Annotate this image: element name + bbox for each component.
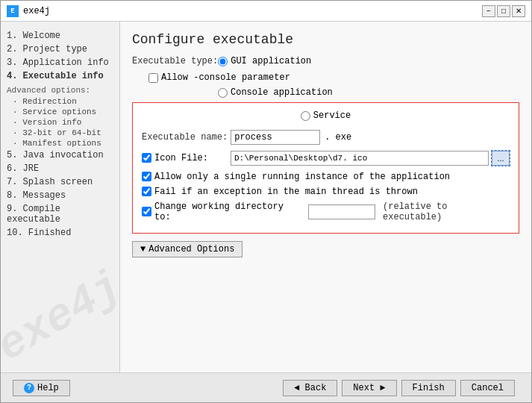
app-icon: E bbox=[7, 5, 19, 17]
cancel-label: Cancel bbox=[472, 383, 504, 393]
radio-gui-label[interactable]: GUI application bbox=[218, 56, 311, 66]
checkbox-console-label[interactable]: Allow -console parameter bbox=[148, 72, 519, 83]
title-bar: E exe4j − □ ✕ bbox=[1, 1, 531, 22]
maximize-button[interactable]: □ bbox=[497, 5, 510, 17]
radio-console-row: Console application bbox=[218, 87, 519, 98]
sidebar-item-welcome[interactable]: 1. Welcome bbox=[7, 29, 113, 43]
sidebar-item-messages[interactable]: 8. Messages bbox=[7, 189, 113, 202]
sidebar-item-compile[interactable]: 9. Compile executable bbox=[7, 202, 113, 226]
sidebar-item-finished[interactable]: 10. Finished bbox=[7, 226, 113, 240]
radio-service-row: Service bbox=[142, 110, 510, 124]
next-button[interactable]: Next ► bbox=[342, 380, 396, 396]
window-controls: − □ ✕ bbox=[482, 5, 525, 17]
sidebar-item-exe-info[interactable]: 4. Executable info bbox=[7, 69, 113, 83]
icon-file-checkbox[interactable] bbox=[142, 153, 151, 163]
single-instance-checkbox[interactable] bbox=[142, 172, 151, 181]
close-button[interactable]: ✕ bbox=[512, 5, 525, 17]
content-area: 1. Welcome 2. Project type 3. Applicatio… bbox=[1, 22, 531, 372]
advanced-options-button[interactable]: ▼ Advanced Options bbox=[132, 241, 242, 257]
icon-file-label: Icon File: bbox=[154, 153, 208, 163]
page-title: Configure executable bbox=[132, 32, 519, 47]
radio-gui-input[interactable] bbox=[218, 57, 228, 66]
workdir-hint: (relative to executable) bbox=[383, 202, 510, 222]
sidebar-item-app-info[interactable]: 3. Application info bbox=[7, 56, 113, 69]
cancel-button[interactable]: Cancel bbox=[460, 380, 515, 396]
single-instance-text: Allow only a single running instance of … bbox=[154, 172, 450, 182]
exe-extension: . exe bbox=[325, 132, 351, 143]
radio-service-input[interactable] bbox=[301, 111, 310, 121]
sidebar-sub-manifest[interactable]: · Manifest options bbox=[7, 138, 113, 149]
workdir-input[interactable] bbox=[308, 204, 375, 219]
advanced-section-box: Service Executable name: . exe Icon File… bbox=[132, 102, 519, 234]
workdir-label: Change working directory to: bbox=[154, 202, 302, 222]
exe-type-label: Executable type: bbox=[132, 56, 218, 66]
icon-file-input[interactable] bbox=[231, 151, 489, 166]
workdir-checkbox[interactable] bbox=[142, 207, 151, 216]
main-content: Configure executable Executable type: GU… bbox=[120, 22, 531, 372]
exe-name-row: Executable name: . exe bbox=[142, 130, 510, 145]
exception-checkbox[interactable] bbox=[142, 187, 151, 196]
radio-console-label[interactable]: Console application bbox=[218, 87, 519, 98]
minimize-button[interactable]: − bbox=[482, 5, 495, 17]
single-instance-checkbox-label[interactable]: Allow only a single running instance of … bbox=[142, 172, 510, 182]
help-label: Help bbox=[37, 383, 59, 393]
radio-gui-text: GUI application bbox=[231, 56, 311, 66]
browse-icon-button[interactable]: ... bbox=[492, 151, 510, 166]
exception-text: Fail if an exception in the main thread … bbox=[154, 187, 418, 197]
radio-service-text: Service bbox=[313, 110, 351, 121]
workdir-row: Change working directory to: (relative t… bbox=[142, 202, 510, 222]
sidebar-sub-redirection[interactable]: · Redirection bbox=[7, 96, 113, 107]
sidebar-item-java[interactable]: 5. Java invocation bbox=[7, 149, 113, 162]
bottom-bar: ? Help ◄ Back Next ► Finish Cancel bbox=[1, 372, 531, 402]
exception-checkbox-label[interactable]: Fail if an exception in the main thread … bbox=[142, 187, 510, 197]
radio-service-label[interactable]: Service bbox=[301, 110, 351, 121]
icon-file-row: Icon File: ... bbox=[142, 151, 510, 166]
help-button[interactable]: ? Help bbox=[13, 380, 70, 396]
advanced-options-label: Advanced options: bbox=[7, 86, 113, 95]
radio-console-input[interactable] bbox=[218, 88, 228, 98]
checkbox-console-text: Allow -console parameter bbox=[161, 72, 290, 83]
sidebar-item-jre[interactable]: 6. JRE bbox=[7, 162, 113, 175]
sidebar-sub-service-options[interactable]: · Service options bbox=[7, 107, 113, 117]
sidebar: 1. Welcome 2. Project type 3. Applicatio… bbox=[1, 22, 120, 372]
console-param-row: Allow -console parameter bbox=[148, 72, 519, 83]
back-label: ◄ Back bbox=[294, 383, 326, 393]
finish-label: Finish bbox=[413, 383, 445, 393]
exe-name-label: Executable name: bbox=[142, 132, 228, 143]
main-window: E exe4j − □ ✕ 1. Welcome 2. Project type… bbox=[0, 0, 532, 403]
exe-name-input[interactable] bbox=[231, 130, 320, 145]
window-title: exe4j bbox=[23, 6, 482, 16]
watermark: exe4j bbox=[1, 262, 120, 372]
sidebar-item-splash[interactable]: 7. Splash screen bbox=[7, 175, 113, 189]
dropdown-icon: ▼ bbox=[140, 244, 145, 254]
sidebar-sub-version-info[interactable]: · Version info bbox=[7, 117, 113, 128]
sidebar-sub-32-64bit[interactable]: · 32-bit or 64-bit bbox=[7, 128, 113, 138]
icon-file-checkbox-label[interactable]: Icon File: bbox=[142, 153, 228, 163]
checkbox-console-input[interactable] bbox=[148, 73, 158, 83]
help-icon: ? bbox=[24, 383, 34, 393]
finish-button[interactable]: Finish bbox=[401, 380, 456, 396]
advanced-options-label: Advanced Options bbox=[148, 244, 234, 254]
radio-console-text: Console application bbox=[231, 87, 333, 98]
exe-type-row: Executable type: GUI application bbox=[132, 56, 519, 66]
sidebar-item-project-type[interactable]: 2. Project type bbox=[7, 43, 113, 56]
workdir-checkbox-label[interactable]: Change working directory to: bbox=[142, 202, 302, 222]
back-button[interactable]: ◄ Back bbox=[283, 380, 337, 396]
next-label: Next ► bbox=[353, 383, 385, 393]
